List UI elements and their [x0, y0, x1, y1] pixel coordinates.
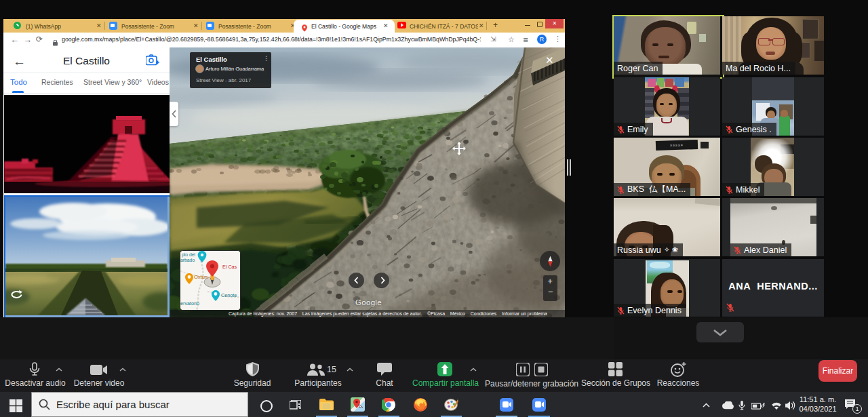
svg-text:Oxtun: Oxtun — [194, 274, 208, 280]
svg-text:El Cas: El Cas — [222, 264, 237, 270]
svg-text:plo del: plo del — [182, 252, 196, 258]
svg-text:Cenote: Cenote — [221, 292, 237, 298]
svg-text:arbado: arbado — [180, 258, 195, 262]
svg-text:ervatorio: ervatorio — [180, 300, 199, 306]
